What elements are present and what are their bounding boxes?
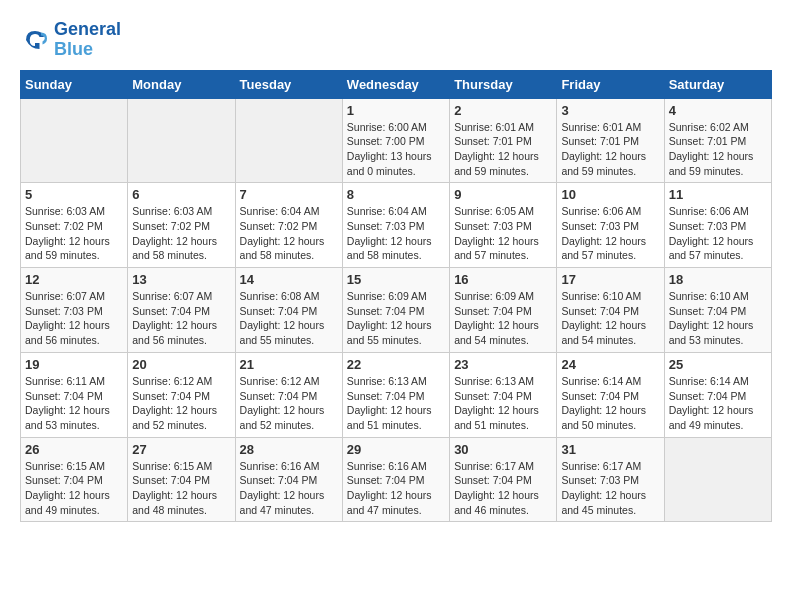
day-number: 21 [240, 357, 338, 372]
day-info: Sunrise: 6:09 AMSunset: 7:04 PMDaylight:… [347, 289, 445, 348]
calendar-cell: 4Sunrise: 6:02 AMSunset: 7:01 PMDaylight… [664, 98, 771, 183]
calendar-cell: 3Sunrise: 6:01 AMSunset: 7:01 PMDaylight… [557, 98, 664, 183]
day-number: 29 [347, 442, 445, 457]
day-info: Sunrise: 6:06 AMSunset: 7:03 PMDaylight:… [669, 204, 767, 263]
calendar-cell: 29Sunrise: 6:16 AMSunset: 7:04 PMDayligh… [342, 437, 449, 522]
day-number: 8 [347, 187, 445, 202]
day-info: Sunrise: 6:17 AMSunset: 7:04 PMDaylight:… [454, 459, 552, 518]
day-info: Sunrise: 6:00 AMSunset: 7:00 PMDaylight:… [347, 120, 445, 179]
day-info: Sunrise: 6:10 AMSunset: 7:04 PMDaylight:… [669, 289, 767, 348]
day-info: Sunrise: 6:12 AMSunset: 7:04 PMDaylight:… [132, 374, 230, 433]
day-number: 12 [25, 272, 123, 287]
day-info: Sunrise: 6:07 AMSunset: 7:03 PMDaylight:… [25, 289, 123, 348]
calendar-cell: 20Sunrise: 6:12 AMSunset: 7:04 PMDayligh… [128, 352, 235, 437]
day-info: Sunrise: 6:16 AMSunset: 7:04 PMDaylight:… [240, 459, 338, 518]
day-info: Sunrise: 6:16 AMSunset: 7:04 PMDaylight:… [347, 459, 445, 518]
day-info: Sunrise: 6:14 AMSunset: 7:04 PMDaylight:… [669, 374, 767, 433]
day-number: 2 [454, 103, 552, 118]
day-info: Sunrise: 6:02 AMSunset: 7:01 PMDaylight:… [669, 120, 767, 179]
calendar-cell: 11Sunrise: 6:06 AMSunset: 7:03 PMDayligh… [664, 183, 771, 268]
day-info: Sunrise: 6:17 AMSunset: 7:03 PMDaylight:… [561, 459, 659, 518]
calendar-cell: 16Sunrise: 6:09 AMSunset: 7:04 PMDayligh… [450, 268, 557, 353]
day-number: 7 [240, 187, 338, 202]
day-info: Sunrise: 6:01 AMSunset: 7:01 PMDaylight:… [561, 120, 659, 179]
calendar-cell: 26Sunrise: 6:15 AMSunset: 7:04 PMDayligh… [21, 437, 128, 522]
day-info: Sunrise: 6:15 AMSunset: 7:04 PMDaylight:… [132, 459, 230, 518]
day-info: Sunrise: 6:12 AMSunset: 7:04 PMDaylight:… [240, 374, 338, 433]
day-number: 22 [347, 357, 445, 372]
day-number: 25 [669, 357, 767, 372]
calendar-cell: 28Sunrise: 6:16 AMSunset: 7:04 PMDayligh… [235, 437, 342, 522]
calendar-cell: 17Sunrise: 6:10 AMSunset: 7:04 PMDayligh… [557, 268, 664, 353]
day-number: 23 [454, 357, 552, 372]
day-number: 4 [669, 103, 767, 118]
day-number: 18 [669, 272, 767, 287]
calendar-week-2: 5Sunrise: 6:03 AMSunset: 7:02 PMDaylight… [21, 183, 772, 268]
calendar-cell: 10Sunrise: 6:06 AMSunset: 7:03 PMDayligh… [557, 183, 664, 268]
day-info: Sunrise: 6:13 AMSunset: 7:04 PMDaylight:… [347, 374, 445, 433]
calendar-cell: 19Sunrise: 6:11 AMSunset: 7:04 PMDayligh… [21, 352, 128, 437]
calendar-week-1: 1Sunrise: 6:00 AMSunset: 7:00 PMDaylight… [21, 98, 772, 183]
calendar-cell: 27Sunrise: 6:15 AMSunset: 7:04 PMDayligh… [128, 437, 235, 522]
day-info: Sunrise: 6:15 AMSunset: 7:04 PMDaylight:… [25, 459, 123, 518]
calendar-cell: 13Sunrise: 6:07 AMSunset: 7:04 PMDayligh… [128, 268, 235, 353]
calendar-cell: 21Sunrise: 6:12 AMSunset: 7:04 PMDayligh… [235, 352, 342, 437]
calendar-week-5: 26Sunrise: 6:15 AMSunset: 7:04 PMDayligh… [21, 437, 772, 522]
day-info: Sunrise: 6:06 AMSunset: 7:03 PMDaylight:… [561, 204, 659, 263]
day-info: Sunrise: 6:04 AMSunset: 7:02 PMDaylight:… [240, 204, 338, 263]
weekday-header-thursday: Thursday [450, 70, 557, 98]
calendar-cell: 5Sunrise: 6:03 AMSunset: 7:02 PMDaylight… [21, 183, 128, 268]
weekday-header-row: SundayMondayTuesdayWednesdayThursdayFrid… [21, 70, 772, 98]
calendar-cell: 6Sunrise: 6:03 AMSunset: 7:02 PMDaylight… [128, 183, 235, 268]
day-number: 6 [132, 187, 230, 202]
page-header: General Blue [20, 20, 772, 60]
logo-icon [20, 25, 50, 55]
calendar-cell [128, 98, 235, 183]
weekday-header-friday: Friday [557, 70, 664, 98]
day-number: 20 [132, 357, 230, 372]
calendar-cell: 22Sunrise: 6:13 AMSunset: 7:04 PMDayligh… [342, 352, 449, 437]
weekday-header-saturday: Saturday [664, 70, 771, 98]
calendar-header: SundayMondayTuesdayWednesdayThursdayFrid… [21, 70, 772, 98]
day-number: 19 [25, 357, 123, 372]
day-info: Sunrise: 6:05 AMSunset: 7:03 PMDaylight:… [454, 204, 552, 263]
day-info: Sunrise: 6:01 AMSunset: 7:01 PMDaylight:… [454, 120, 552, 179]
day-info: Sunrise: 6:03 AMSunset: 7:02 PMDaylight:… [132, 204, 230, 263]
day-number: 15 [347, 272, 445, 287]
calendar-cell: 8Sunrise: 6:04 AMSunset: 7:03 PMDaylight… [342, 183, 449, 268]
calendar-cell: 23Sunrise: 6:13 AMSunset: 7:04 PMDayligh… [450, 352, 557, 437]
day-info: Sunrise: 6:07 AMSunset: 7:04 PMDaylight:… [132, 289, 230, 348]
weekday-header-sunday: Sunday [21, 70, 128, 98]
calendar-cell: 15Sunrise: 6:09 AMSunset: 7:04 PMDayligh… [342, 268, 449, 353]
calendar-cell: 1Sunrise: 6:00 AMSunset: 7:00 PMDaylight… [342, 98, 449, 183]
calendar-cell: 12Sunrise: 6:07 AMSunset: 7:03 PMDayligh… [21, 268, 128, 353]
calendar-week-4: 19Sunrise: 6:11 AMSunset: 7:04 PMDayligh… [21, 352, 772, 437]
calendar-cell: 9Sunrise: 6:05 AMSunset: 7:03 PMDaylight… [450, 183, 557, 268]
day-number: 30 [454, 442, 552, 457]
day-number: 27 [132, 442, 230, 457]
calendar-cell: 7Sunrise: 6:04 AMSunset: 7:02 PMDaylight… [235, 183, 342, 268]
calendar-cell: 30Sunrise: 6:17 AMSunset: 7:04 PMDayligh… [450, 437, 557, 522]
calendar-cell: 25Sunrise: 6:14 AMSunset: 7:04 PMDayligh… [664, 352, 771, 437]
calendar-cell: 2Sunrise: 6:01 AMSunset: 7:01 PMDaylight… [450, 98, 557, 183]
day-info: Sunrise: 6:13 AMSunset: 7:04 PMDaylight:… [454, 374, 552, 433]
day-number: 5 [25, 187, 123, 202]
calendar-week-3: 12Sunrise: 6:07 AMSunset: 7:03 PMDayligh… [21, 268, 772, 353]
day-number: 3 [561, 103, 659, 118]
day-number: 10 [561, 187, 659, 202]
logo: General Blue [20, 20, 121, 60]
day-number: 9 [454, 187, 552, 202]
calendar-cell: 31Sunrise: 6:17 AMSunset: 7:03 PMDayligh… [557, 437, 664, 522]
weekday-header-monday: Monday [128, 70, 235, 98]
day-number: 26 [25, 442, 123, 457]
calendar-table: SundayMondayTuesdayWednesdayThursdayFrid… [20, 70, 772, 523]
calendar-cell [21, 98, 128, 183]
calendar-body: 1Sunrise: 6:00 AMSunset: 7:00 PMDaylight… [21, 98, 772, 522]
calendar-cell: 24Sunrise: 6:14 AMSunset: 7:04 PMDayligh… [557, 352, 664, 437]
day-number: 31 [561, 442, 659, 457]
weekday-header-wednesday: Wednesday [342, 70, 449, 98]
day-info: Sunrise: 6:03 AMSunset: 7:02 PMDaylight:… [25, 204, 123, 263]
day-info: Sunrise: 6:14 AMSunset: 7:04 PMDaylight:… [561, 374, 659, 433]
day-info: Sunrise: 6:09 AMSunset: 7:04 PMDaylight:… [454, 289, 552, 348]
calendar-cell [235, 98, 342, 183]
